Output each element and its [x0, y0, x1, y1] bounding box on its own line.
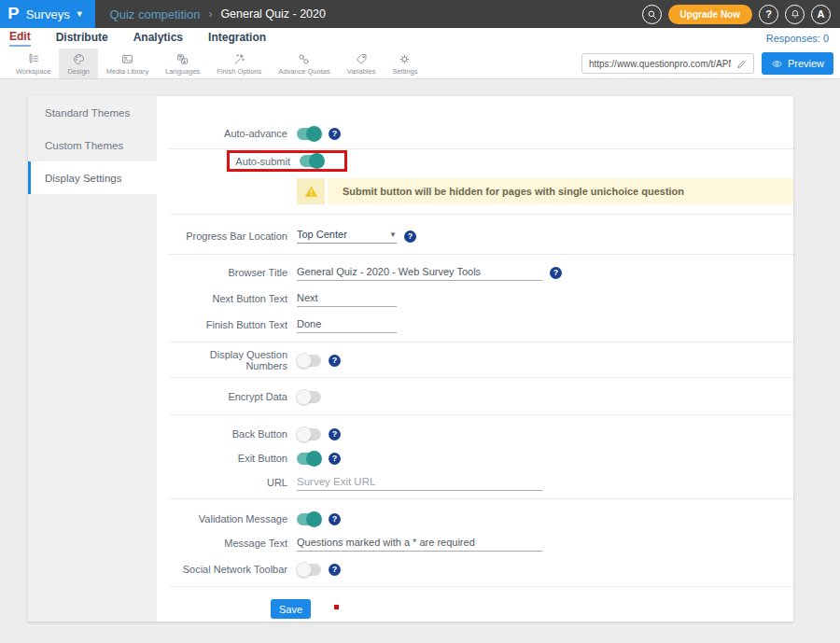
breadcrumb-separator: › [208, 7, 212, 21]
encrypt-data-toggle[interactable] [297, 391, 321, 403]
next-button-text-label: Next Button Text [169, 293, 287, 304]
next-button-text-input[interactable] [297, 291, 397, 307]
tab-edit[interactable]: Edit [9, 30, 31, 47]
chevron-down-icon: ▼ [76, 9, 84, 19]
auto-advance-toggle[interactable] [297, 128, 321, 140]
save-row: Save [169, 587, 793, 622]
auto-advance-help-icon[interactable]: ? [329, 128, 341, 140]
warning-banner: Submit button will be hidden for pages w… [297, 178, 793, 204]
toolbar-item-workspace[interactable]: Workspace [7, 49, 59, 78]
save-button[interactable]: Save [271, 599, 311, 619]
exit-url-input[interactable] [297, 475, 542, 491]
social-network-toolbar-toggle[interactable] [297, 564, 321, 576]
browser-title-input[interactable] [297, 265, 542, 281]
progress-bar-location-label: Progress Bar Location [169, 231, 287, 242]
question-mark-icon: ? [765, 8, 772, 20]
brand-area[interactable]: P Surveys ▼ [0, 0, 95, 28]
back-button-help-icon[interactable]: ? [329, 428, 341, 440]
toolbar-item-languages[interactable]: Languages [157, 49, 208, 78]
breadcrumb-survey-name: General Quiz - 2020 [220, 7, 326, 21]
pen-list-icon [26, 52, 40, 66]
auto-submit-label: Auto-submit [230, 156, 290, 167]
progress-bar-help-icon[interactable]: ? [404, 231, 416, 243]
survey-nav-tabs: Edit Distribute Analytics Integration Re… [0, 28, 840, 49]
exit-button-label: Exit Button [169, 453, 287, 464]
gear-icon [398, 52, 412, 66]
breadcrumb: Quiz competition › General Quiz - 2020 [110, 7, 326, 21]
back-button-toggle[interactable] [297, 428, 321, 440]
social-network-toolbar-label: Social Network Toolbar [169, 564, 287, 575]
exit-button-toggle[interactable] [297, 453, 321, 465]
notifications-button[interactable] [785, 5, 805, 24]
finish-button-text-label: Finish Button Text [169, 319, 287, 330]
message-text-input[interactable] [297, 536, 542, 552]
finish-button-text-input[interactable] [297, 317, 397, 333]
toolbar-item-finish-options[interactable]: Finish Options [208, 49, 270, 78]
display-question-numbers-label: Display Question Numbers [169, 349, 287, 371]
message-text-label: Message Text [169, 538, 287, 549]
tag-icon [355, 52, 369, 66]
encrypt-data-label: Encrypt Data [169, 391, 287, 402]
palette-icon [72, 52, 86, 66]
breadcrumb-folder[interactable]: Quiz competition [110, 7, 201, 21]
surveys-menu-label: Surveys [26, 7, 70, 21]
upgrade-now-button[interactable]: Upgrade Now [668, 5, 752, 24]
tab-distribute[interactable]: Distribute [56, 31, 108, 46]
survey-url-field[interactable] [581, 53, 754, 74]
social-network-toolbar-help-icon[interactable]: ? [329, 564, 341, 576]
responses-count[interactable]: Responses: 0 [766, 33, 829, 44]
display-settings-form: Auto-advance ? Auto-submit [157, 96, 793, 622]
auto-submit-annotation-box: Auto-submit [227, 150, 347, 172]
toolbar-item-advance-quotas[interactable]: Advance Quotas [270, 49, 338, 78]
bell-icon [790, 8, 801, 20]
tab-analytics[interactable]: Analytics [133, 31, 183, 46]
eye-icon [771, 59, 783, 69]
sidebar-item-custom-themes[interactable]: Custom Themes [28, 129, 157, 161]
survey-url-input[interactable] [589, 59, 731, 69]
auto-submit-toggle[interactable] [300, 155, 324, 167]
chain-links-icon [297, 52, 311, 66]
surveys-menu[interactable]: Surveys ▼ [26, 7, 84, 21]
tab-integration[interactable]: Integration [208, 31, 266, 46]
pencil-edit-icon[interactable] [736, 59, 747, 69]
auto-advance-label: Auto-advance [169, 128, 287, 139]
display-question-numbers-help-icon[interactable]: ? [329, 355, 341, 367]
search-button[interactable] [642, 5, 662, 24]
validation-message-toggle[interactable] [297, 513, 321, 525]
account-avatar[interactable]: A [811, 5, 831, 24]
toolbar-item-settings[interactable]: Settings [384, 49, 426, 78]
sidebar-item-standard-themes[interactable]: Standard Themes [28, 96, 157, 129]
questionpro-logo-icon: P [7, 6, 19, 22]
design-sidebar: Standard Themes Custom Themes Display Se… [28, 96, 157, 622]
browser-title-help-icon[interactable]: ? [550, 267, 562, 279]
exit-button-help-icon[interactable]: ? [329, 453, 341, 465]
image-icon [120, 52, 134, 66]
red-dot-annotation [334, 605, 339, 609]
progress-bar-location-select[interactable]: Top Center ▼ [297, 229, 397, 244]
validation-message-help-icon[interactable]: ? [329, 513, 341, 525]
toolbar-item-media-library[interactable]: Media Library [98, 49, 157, 78]
preview-button[interactable]: Preview [762, 52, 833, 75]
toolbar-item-variables[interactable]: Variables [339, 49, 385, 78]
display-question-numbers-toggle[interactable] [297, 355, 321, 367]
edit-toolbar: Workspace Design Media Library Languages… [0, 49, 840, 79]
validation-message-label: Validation Message [169, 513, 287, 524]
translate-icon [175, 52, 189, 66]
help-button[interactable]: ? [759, 5, 778, 24]
warning-triangle-icon [304, 185, 318, 198]
search-icon [647, 9, 657, 20]
back-button-label: Back Button [169, 428, 287, 440]
design-panel: Standard Themes Custom Themes Display Se… [28, 96, 793, 622]
toolbar-item-design[interactable]: Design [59, 49, 97, 78]
warning-message: Submit button will be hidden for pages w… [328, 178, 793, 204]
magic-wand-icon [232, 52, 246, 66]
exit-url-label: URL [169, 477, 287, 488]
browser-title-label: Browser Title [169, 267, 287, 278]
top-bar: P Surveys ▼ Quiz competition › General Q… [0, 0, 840, 28]
sidebar-item-display-settings[interactable]: Display Settings [28, 161, 157, 194]
dropdown-caret-icon: ▼ [389, 231, 397, 239]
